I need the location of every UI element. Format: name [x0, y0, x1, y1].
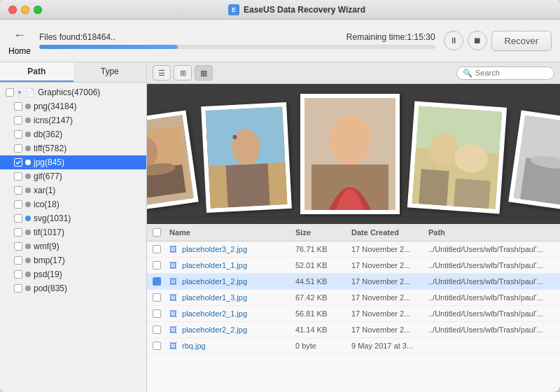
sidebar-item-label: Graphics(47006) — [38, 88, 100, 97]
sidebar-item-label: gif(677) — [34, 172, 62, 181]
sidebar-item-tiff[interactable]: tiff(5782) — [0, 141, 146, 155]
tab-type[interactable]: Type — [74, 62, 147, 82]
remaining-time: Remaining time:1:15:30 — [346, 32, 435, 42]
file-name: 🖼 placeholder2_2.jpg — [169, 326, 295, 334]
pause-button[interactable]: ⏸ — [444, 31, 463, 50]
sidebar-item-label: jpg(845) — [34, 158, 64, 167]
tab-path[interactable]: Path — [0, 62, 74, 82]
sidebar-item-tif[interactable]: tif(1017) — [0, 225, 146, 239]
checkbox-tiff[interactable] — [14, 144, 22, 153]
table-row[interactable]: 🖼 placeholder2_2.jpg 41.14 KB 17 Novembe… — [147, 322, 560, 338]
checkbox-ico[interactable] — [14, 200, 22, 209]
sidebar-item-label: ico(18) — [34, 200, 59, 209]
home-label: Home — [8, 46, 31, 56]
sidebar-item-pod[interactable]: pod(835) — [0, 281, 146, 295]
main-content: Path Type ▼ 📄 Graphics(47006) png(34184) — [0, 62, 560, 392]
checkbox-png[interactable] — [14, 102, 22, 111]
select-all-checkbox[interactable] — [153, 228, 161, 237]
file-date: 17 November 2... — [351, 277, 428, 286]
row-checkbox[interactable] — [153, 309, 161, 318]
checkbox-jpg[interactable] — [14, 158, 22, 167]
checkbox-db[interactable] — [14, 130, 22, 139]
file-date: 9 May 2017 at 3... — [351, 342, 428, 350]
sidebar-item-png[interactable]: png(34184) — [0, 99, 146, 113]
window-title: E EaseUS Data Recovery Wizard — [42, 4, 552, 15]
ico-icon — [25, 202, 31, 207]
row-checkbox[interactable] — [153, 293, 161, 302]
search-input[interactable] — [475, 69, 548, 77]
sidebar-item-xar[interactable]: xar(1) — [0, 183, 146, 197]
list-view-button[interactable]: ☰ — [153, 65, 171, 80]
sidebar-item-icns[interactable]: icns(2147) — [0, 113, 146, 127]
file-list: Name Size Date Created Path 🖼 placeholde… — [147, 224, 560, 392]
sidebar-item-db[interactable]: db(362) — [0, 127, 146, 141]
pod-icon — [25, 286, 31, 291]
row-checkbox[interactable] — [153, 326, 161, 334]
table-row[interactable]: 🖼 rbq.jpg 0 byte 9 May 2017 at 3... — [147, 338, 560, 354]
preview-photo-3[interactable] — [300, 94, 400, 214]
checkbox-svg[interactable] — [14, 214, 22, 223]
row-checkbox[interactable] — [153, 261, 161, 270]
checkbox-tif[interactable] — [14, 228, 22, 237]
file-name: 🖼 placeholder1_2.jpg — [169, 277, 295, 286]
close-button[interactable] — [8, 6, 17, 14]
table-row[interactable]: 🖼 placeholder1_2.jpg 44.51 KB 17 Novembe… — [147, 274, 560, 290]
home-section: ← Home — [8, 25, 31, 56]
row-checkbox[interactable] — [153, 277, 161, 286]
checkbox-pod[interactable] — [14, 284, 22, 293]
back-button[interactable]: ← — [8, 25, 31, 45]
xar-icon — [25, 188, 31, 193]
search-bar: 🔍 — [456, 66, 554, 80]
stop-button[interactable]: ⏹ — [468, 31, 487, 50]
progress-bar-fill — [39, 45, 178, 49]
sidebar-item-wmf[interactable]: wmf(9) — [0, 239, 146, 253]
checkbox-icns[interactable] — [14, 116, 22, 125]
preview-photo-5[interactable] — [508, 111, 560, 212]
row-checkbox[interactable] — [153, 245, 161, 253]
file-list-header: Name Size Date Created Path — [147, 224, 560, 241]
grid-view-button[interactable]: ⊞ — [174, 65, 192, 80]
sidebar-item-label: svg(1031) — [34, 214, 71, 223]
sidebar-item-graphics[interactable]: ▼ 📄 Graphics(47006) — [0, 85, 146, 99]
topbar: ← Home Files found:618464.. Remaining ti… — [0, 20, 560, 62]
sidebar-item-label: tiff(5782) — [34, 144, 66, 153]
table-row[interactable]: 🖼 placeholder3_2.jpg 76.71 KB 17 Novembe… — [147, 241, 560, 258]
row-checkbox[interactable] — [153, 342, 161, 350]
wmf-icon — [25, 244, 31, 249]
maximize-button[interactable] — [34, 6, 42, 14]
file-type-icon: 🖼 — [169, 293, 177, 302]
sidebar-item-bmp[interactable]: bmp(17) — [0, 253, 146, 267]
file-size: 41.14 KB — [295, 326, 351, 334]
preview-photo-1[interactable] — [147, 111, 199, 212]
file-path: ../Untitled/Users/wlb/Trash/paul'... — [428, 326, 554, 334]
recover-button[interactable]: Recover — [491, 31, 552, 51]
checkbox-graphics[interactable] — [6, 88, 14, 97]
sidebar-item-svg[interactable]: svg(1031) — [0, 211, 146, 225]
checkbox-gif[interactable] — [14, 172, 22, 181]
icns-icon — [25, 118, 31, 123]
filmstrip-view-button[interactable]: ▦ — [195, 65, 213, 80]
file-size: 76.71 KB — [295, 245, 351, 253]
table-row[interactable]: 🖼 placeholder2_1.jpg 56.81 KB 17 Novembe… — [147, 306, 560, 322]
sidebar-item-jpg[interactable]: jpg(845) — [0, 155, 146, 169]
table-row[interactable]: 🖼 placeholder1_3.jpg 67.42 KB 17 Novembe… — [147, 290, 560, 306]
checkbox-psd[interactable] — [14, 270, 22, 279]
file-type-icon: 🖼 — [169, 277, 177, 286]
preview-photo-2[interactable] — [201, 102, 292, 213]
checkbox-xar[interactable] — [14, 186, 22, 195]
sidebar-item-psd[interactable]: psd(19) — [0, 267, 146, 281]
sidebar-item-label: png(34184) — [34, 102, 76, 111]
sidebar-item-ico[interactable]: ico(18) — [0, 197, 146, 211]
file-type-icon: 🖼 — [169, 326, 177, 334]
preview-photo-4[interactable] — [407, 102, 507, 214]
minimize-button[interactable] — [21, 6, 29, 14]
files-found-label: Files found:618464.. — [39, 32, 115, 42]
sidebar-item-gif[interactable]: gif(677) — [0, 169, 146, 183]
file-path: ../Untitled/Users/wlb/Trash/paul'... — [428, 261, 554, 270]
file-name: 🖼 placeholder1_1.jpg — [169, 261, 295, 270]
db-icon — [25, 132, 31, 137]
checkbox-wmf[interactable] — [14, 242, 22, 251]
checkbox-bmp[interactable] — [14, 256, 22, 265]
file-path: ../Untitled/Users/wlb/Trash/paul'... — [428, 245, 554, 253]
table-row[interactable]: 🖼 placeholder1_1.jpg 52.01 KB 17 Novembe… — [147, 258, 560, 274]
